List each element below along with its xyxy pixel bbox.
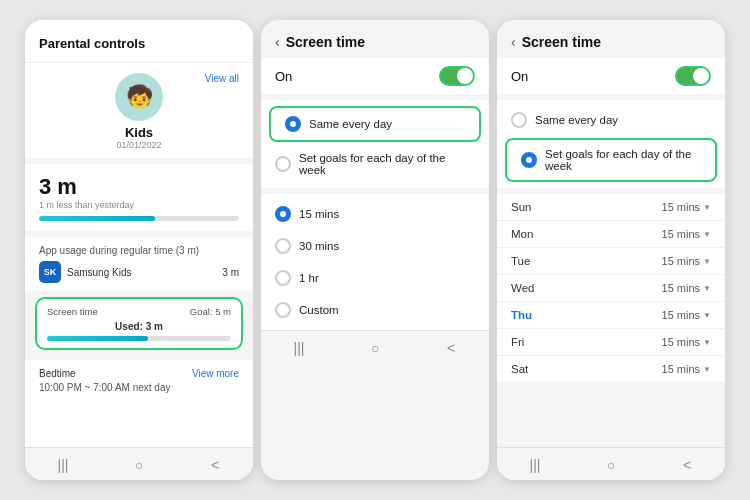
screentime-box: Screen time Goal: 5 m Used: 3 m bbox=[35, 297, 243, 350]
day-row-sun[interactable]: Sun 15 mins ▼ bbox=[497, 194, 725, 221]
option-set-goals-3[interactable]: Set goals for each day of the week bbox=[505, 138, 717, 182]
time-15min[interactable]: 15 mins bbox=[261, 198, 489, 230]
dropdown-arrow-fri: ▼ bbox=[703, 338, 711, 347]
option-same-everyday-label-3: Same every day bbox=[535, 114, 618, 126]
screen2-header: ‹ Screen time bbox=[261, 20, 489, 58]
stats-section: 3 m 1 m less than yesterday bbox=[25, 164, 253, 231]
time-custom[interactable]: Custom bbox=[261, 294, 489, 326]
back-arrow-3[interactable]: ‹ bbox=[511, 34, 516, 50]
day-sat-time: 15 mins ▼ bbox=[662, 363, 711, 375]
option-group-3: Same every day Set goals for each day of… bbox=[497, 100, 725, 188]
app-icon-label: SK bbox=[44, 267, 57, 277]
toggle-switch-2[interactable] bbox=[439, 66, 475, 86]
radio-1hr bbox=[275, 270, 291, 286]
top-bar: Parental controls bbox=[25, 20, 253, 63]
radio-set-goals-3 bbox=[521, 152, 537, 168]
nav-home-icon-3[interactable]: ○ bbox=[602, 456, 620, 474]
nav-home-icon-2[interactable]: ○ bbox=[366, 339, 384, 357]
nav-back-icon[interactable]: < bbox=[206, 456, 224, 474]
time-progress-fill bbox=[39, 216, 155, 221]
toggle-switch-3[interactable] bbox=[675, 66, 711, 86]
dropdown-arrow-wed: ▼ bbox=[703, 284, 711, 293]
day-row-wed[interactable]: Wed 15 mins ▼ bbox=[497, 275, 725, 302]
day-row-mon[interactable]: Mon 15 mins ▼ bbox=[497, 221, 725, 248]
time-custom-label: Custom bbox=[299, 304, 339, 316]
radio-same-everyday bbox=[285, 116, 301, 132]
radio-15min bbox=[275, 206, 291, 222]
dropdown-arrow-mon: ▼ bbox=[703, 230, 711, 239]
day-mon: Mon bbox=[511, 228, 533, 240]
day-tue-time: 15 mins ▼ bbox=[662, 255, 711, 267]
dropdown-arrow-sun: ▼ bbox=[703, 203, 711, 212]
option-set-goals[interactable]: Set goals for each day of the week bbox=[261, 144, 489, 184]
toggle-label-2: On bbox=[275, 69, 292, 84]
parental-controls-title: Parental controls bbox=[39, 36, 145, 51]
day-row-thu[interactable]: Thu 15 mins ▼ bbox=[497, 302, 725, 329]
nav-menu-icon-2[interactable]: ||| bbox=[290, 339, 308, 357]
total-time: 3 m bbox=[39, 174, 239, 200]
app-name: Samsung Kids bbox=[67, 267, 216, 278]
option-set-goals-label: Set goals for each day of the week bbox=[299, 152, 475, 176]
radio-same-everyday-3 bbox=[511, 112, 527, 128]
bedtime-section: Bedtime View more 10:00 PM ~ 7:00 AM nex… bbox=[25, 360, 253, 447]
nav-home-icon[interactable]: ○ bbox=[130, 456, 148, 474]
day-mon-time: 15 mins ▼ bbox=[662, 228, 711, 240]
screen3-title: Screen time bbox=[522, 34, 601, 50]
day-sun-time: 15 mins ▼ bbox=[662, 201, 711, 213]
nav-bar-3: ||| ○ < bbox=[497, 447, 725, 480]
day-wed-time: 15 mins ▼ bbox=[662, 282, 711, 294]
time-30min-label: 30 mins bbox=[299, 240, 339, 252]
app-time: 3 m bbox=[222, 267, 239, 278]
days-list: Sun 15 mins ▼ Mon 15 mins ▼ Tue 15 mins … bbox=[497, 194, 725, 383]
screen-screentime-2: ‹ Screen time On Same every day Set goal… bbox=[497, 20, 725, 480]
screen3-header: ‹ Screen time bbox=[497, 20, 725, 58]
time-1hr-label: 1 hr bbox=[299, 272, 319, 284]
option-set-goals-label-3: Set goals for each day of the week bbox=[545, 148, 701, 172]
day-row-tue[interactable]: Tue 15 mins ▼ bbox=[497, 248, 725, 275]
option-same-everyday-3[interactable]: Same every day bbox=[497, 104, 725, 136]
toggle-row-2: On bbox=[261, 58, 489, 94]
dropdown-arrow-sat: ▼ bbox=[703, 365, 711, 374]
day-thu: Thu bbox=[511, 309, 532, 321]
nav-back-icon-3[interactable]: < bbox=[678, 456, 696, 474]
nav-bar-2: ||| ○ < bbox=[261, 330, 489, 363]
screen2-title: Screen time bbox=[286, 34, 365, 50]
app-usage-section: App usage during regular time (3 m) SK S… bbox=[25, 237, 253, 291]
day-fri: Fri bbox=[511, 336, 524, 348]
time-options: 15 mins 30 mins 1 hr Custom bbox=[261, 194, 489, 330]
nav-menu-icon[interactable]: ||| bbox=[54, 456, 72, 474]
time-1hr[interactable]: 1 hr bbox=[261, 262, 489, 294]
radio-set-goals bbox=[275, 156, 291, 172]
time-15min-label: 15 mins bbox=[299, 208, 339, 220]
time-30min[interactable]: 30 mins bbox=[261, 230, 489, 262]
view-all-link[interactable]: View all bbox=[205, 73, 239, 84]
toggle-label-3: On bbox=[511, 69, 528, 84]
app-icon: SK bbox=[39, 261, 61, 283]
nav-bar-1: ||| ○ < bbox=[25, 447, 253, 480]
profile-name: Kids bbox=[125, 125, 153, 140]
radio-custom bbox=[275, 302, 291, 318]
time-progress-bar bbox=[39, 216, 239, 221]
bedtime-view-more[interactable]: View more bbox=[192, 368, 239, 379]
dropdown-arrow-thu: ▼ bbox=[703, 311, 711, 320]
screentime-progress-bar bbox=[47, 336, 231, 341]
back-arrow-2[interactable]: ‹ bbox=[275, 34, 280, 50]
bedtime-header: Bedtime View more bbox=[39, 368, 239, 379]
day-row-sat[interactable]: Sat 15 mins ▼ bbox=[497, 356, 725, 383]
day-thu-time: 15 mins ▼ bbox=[662, 309, 711, 321]
day-row-fri[interactable]: Fri 15 mins ▼ bbox=[497, 329, 725, 356]
option-same-everyday[interactable]: Same every day bbox=[269, 106, 481, 142]
app-row: SK Samsung Kids 3 m bbox=[39, 261, 239, 283]
screentime-goal: Goal: 5 m bbox=[190, 306, 231, 317]
nav-menu-icon-3[interactable]: ||| bbox=[526, 456, 544, 474]
screentime-used: Used: 3 m bbox=[47, 321, 231, 332]
bedtime-time: 10:00 PM ~ 7:00 AM next day bbox=[39, 382, 239, 393]
radio-30min bbox=[275, 238, 291, 254]
option-same-everyday-label: Same every day bbox=[309, 118, 392, 130]
bedtime-label: Bedtime bbox=[39, 368, 76, 379]
screen-screentime-1: ‹ Screen time On Same every day Set goal… bbox=[261, 20, 489, 480]
nav-back-icon-2[interactable]: < bbox=[442, 339, 460, 357]
profile-date: 01/01/2022 bbox=[116, 140, 161, 150]
screentime-progress-fill bbox=[47, 336, 148, 341]
day-tue: Tue bbox=[511, 255, 530, 267]
